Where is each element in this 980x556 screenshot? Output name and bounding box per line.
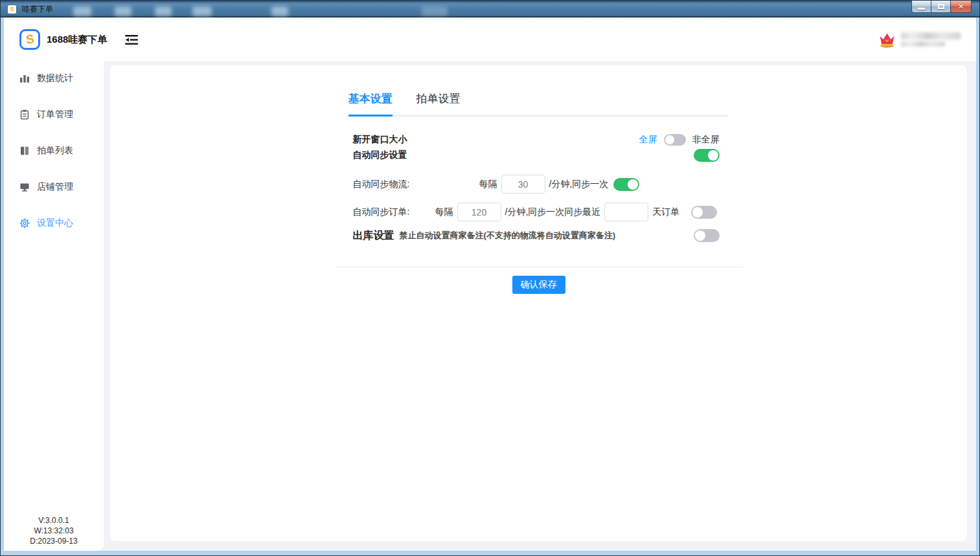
orders-interval-input[interactable]	[457, 203, 501, 221]
setting-row-auto-sync: 自动同步设置	[335, 148, 743, 163]
collapse-sidebar-button[interactable]	[125, 34, 138, 45]
sidebar-item-order-management[interactable]: 订单管理	[4, 102, 104, 128]
glass-reflection	[155, 6, 172, 16]
save-button[interactable]: 确认保存	[512, 276, 565, 294]
app-header: S 1688哇赛下单	[4, 17, 976, 61]
sidebar-item-data-stats[interactable]: 数据统计	[4, 65, 104, 91]
sync-orders-toggle[interactable]	[691, 206, 717, 219]
fullscreen-option-label: 全屏	[639, 134, 657, 146]
sidebar-item-label: 订单管理	[37, 109, 73, 120]
outbound-description: 禁止自动设置商家备注(不支持的物流将自动设置商家备注)	[400, 230, 616, 241]
version-date: D:2023-09-13	[4, 536, 104, 546]
settings-tabs: 基本设置 拍单设置	[348, 91, 727, 117]
maximize-icon	[938, 4, 944, 9]
auto-sync-label: 自动同步设置	[353, 150, 407, 161]
user-account[interactable]	[878, 31, 961, 49]
tab-order-settings[interactable]: 拍单设置	[416, 91, 461, 115]
sidebar: 数据统计 订单管理 拍单列表	[4, 61, 104, 551]
interval-unit-label: /分钟,同步一次	[549, 179, 609, 190]
settings-panel: 基本设置 拍单设置 新开窗口大小 全屏 非全屏	[110, 65, 967, 541]
outbound-toggle[interactable]	[694, 229, 720, 242]
sidebar-item-label: 店铺管理	[37, 181, 73, 193]
main-area: 基本设置 拍单设置 新开窗口大小 全屏 非全屏	[104, 61, 976, 551]
collapse-menu-icon	[125, 34, 138, 45]
setting-row-sync-logistics: 自动同步物流: 每隔 /分钟,同步一次	[335, 175, 743, 194]
app-icon: S	[7, 5, 17, 14]
glass-reflection	[115, 6, 131, 16]
bar-chart-icon	[19, 73, 30, 83]
brand-logo-icon: S	[19, 29, 40, 50]
app-window: S 哇赛下单 ✕ S 1688哇赛下单	[0, 0, 980, 556]
sync-orders-label: 自动同步订单:	[353, 206, 435, 218]
gear-icon	[19, 218, 30, 228]
sync-logistics-toggle[interactable]	[613, 178, 639, 191]
close-button[interactable]: ✕	[950, 1, 972, 13]
minimize-icon	[918, 8, 925, 10]
orders-days-input[interactable]	[604, 203, 648, 221]
tab-basic-settings[interactable]: 基本设置	[348, 91, 393, 117]
not-fullscreen-option-label: 非全屏	[692, 134, 720, 146]
setting-row-window-size: 新开窗口大小 全屏 非全屏	[335, 132, 743, 148]
sidebar-item-label: 拍单列表	[37, 145, 73, 157]
sidebar-item-label: 设置中心	[37, 217, 73, 229]
maximize-button[interactable]	[931, 1, 951, 13]
version-info: V:3.0.0.1 W:13:32:03 D:2023-09-13	[4, 515, 104, 546]
book-icon	[19, 146, 30, 156]
glass-reflection	[422, 6, 448, 16]
glass-reflection	[73, 6, 91, 16]
sidebar-item-label: 数据统计	[37, 72, 73, 84]
brand-title: 1688哇赛下单	[47, 34, 107, 46]
days-unit-label: 天订单	[652, 206, 679, 218]
sidebar-item-order-list[interactable]: 拍单列表	[4, 138, 104, 164]
sidebar-item-settings-center[interactable]: 设置中心	[4, 210, 104, 236]
interval-unit-label: /分钟,同步一次同步最近	[505, 206, 601, 218]
form-divider	[335, 267, 743, 267]
window-title: 哇赛下单	[22, 4, 53, 15]
monitor-icon	[19, 182, 30, 192]
setting-row-outbound: 出库设置 禁止自动设置商家备注(不支持的物流将自动设置商家备注)	[335, 228, 743, 243]
auto-sync-toggle[interactable]	[694, 149, 720, 162]
window-size-label: 新开窗口大小	[353, 134, 407, 146]
os-titlebar: S 哇赛下单 ✕	[1, 1, 979, 17]
window-size-toggle[interactable]	[664, 134, 686, 146]
minimize-button[interactable]	[911, 1, 931, 13]
version-time: W:13:32:03	[4, 526, 104, 536]
sidebar-item-shop-management[interactable]: 店铺管理	[4, 174, 104, 200]
glass-reflection	[271, 6, 288, 16]
clipboard-icon	[19, 109, 30, 120]
glass-reflection	[192, 6, 212, 16]
sync-logistics-label: 自动同步物流:	[353, 179, 479, 190]
interval-prefix-label: 每隔	[479, 179, 497, 190]
user-name-redacted	[901, 32, 961, 47]
version-number: V:3.0.0.1	[4, 515, 104, 526]
vip-crown-icon	[878, 31, 896, 49]
close-icon: ✕	[958, 3, 964, 10]
interval-prefix-label: 每隔	[435, 206, 453, 218]
outbound-label: 出库设置	[353, 229, 394, 243]
logistics-interval-input[interactable]	[501, 175, 545, 194]
setting-row-sync-orders: 自动同步订单: 每隔 /分钟,同步一次同步最近 天订单	[335, 203, 743, 221]
